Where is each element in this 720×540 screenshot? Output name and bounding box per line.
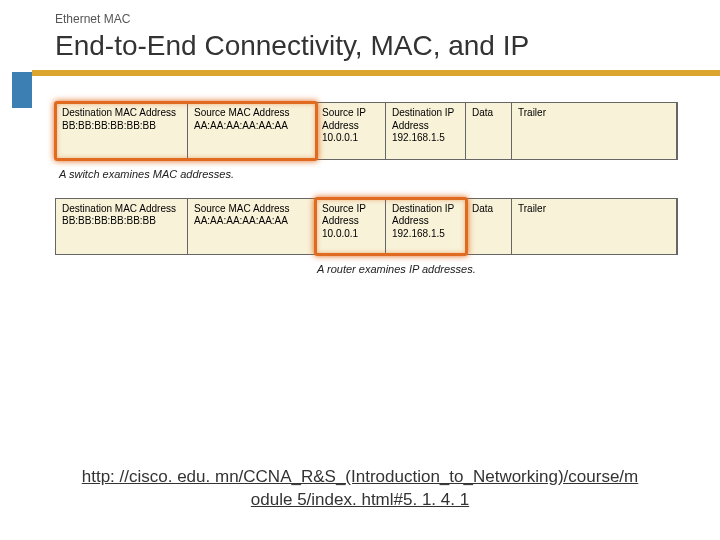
- cell-value: 192.168.1.5: [392, 228, 459, 241]
- cell-label: Data: [472, 107, 505, 120]
- reference-link[interactable]: http: //cisco. edu. mn/CCNA_R&S_(Introdu…: [80, 466, 640, 512]
- cell-label: Destination MAC Address: [62, 107, 181, 120]
- eyebrow-text: Ethernet MAC: [0, 0, 720, 30]
- footer-link-block: http: //cisco. edu. mn/CCNA_R&S_(Introdu…: [0, 466, 720, 512]
- cell-label: Destination IP Address: [392, 203, 459, 228]
- cell-src-ip: Source IP Address 10.0.0.1: [316, 103, 386, 159]
- cell-value: 10.0.0.1: [322, 228, 379, 241]
- cell-dest-ip: Destination IP Address 192.168.1.5: [386, 103, 466, 159]
- cell-label: Destination MAC Address: [62, 203, 181, 216]
- frame-table-switch: Destination MAC Address BB:BB:BB:BB:BB:B…: [55, 102, 678, 160]
- cell-dest-mac: Destination MAC Address BB:BB:BB:BB:BB:B…: [56, 199, 188, 255]
- cell-data: Data: [466, 199, 512, 255]
- cell-src-mac: Source MAC Address AA:AA:AA:AA:AA:AA: [188, 199, 316, 255]
- cell-label: Source MAC Address: [194, 203, 309, 216]
- cell-src-mac: Source MAC Address AA:AA:AA:AA:AA:AA: [188, 103, 316, 159]
- cell-value: AA:AA:AA:AA:AA:AA: [194, 120, 309, 133]
- cell-value: AA:AA:AA:AA:AA:AA: [194, 215, 309, 228]
- cell-src-ip: Source IP Address 10.0.0.1: [316, 199, 386, 255]
- cell-label: Source MAC Address: [194, 107, 309, 120]
- cell-value: BB:BB:BB:BB:BB:BB: [62, 215, 181, 228]
- cell-label: Source IP Address: [322, 203, 379, 228]
- cell-dest-ip: Destination IP Address 192.168.1.5: [386, 199, 466, 255]
- cell-trailer: Trailer: [512, 199, 677, 255]
- cell-value: 192.168.1.5: [392, 132, 459, 145]
- cell-data: Data: [466, 103, 512, 159]
- frame-table-router: Destination MAC Address BB:BB:BB:BB:BB:B…: [55, 198, 678, 256]
- cell-trailer: Trailer: [512, 103, 677, 159]
- content-area: Destination MAC Address BB:BB:BB:BB:BB:B…: [0, 76, 720, 276]
- caption-switch: A switch examines MAC addresses.: [59, 168, 678, 180]
- cell-label: Source IP Address: [322, 107, 379, 132]
- cell-value: 10.0.0.1: [322, 132, 379, 145]
- cell-label: Trailer: [518, 203, 670, 216]
- cell-value: BB:BB:BB:BB:BB:BB: [62, 120, 181, 133]
- cell-label: Destination IP Address: [392, 107, 459, 132]
- cell-label: Trailer: [518, 107, 670, 120]
- caption-router: A router examines IP addresses.: [317, 263, 497, 276]
- page-title: End-to-End Connectivity, MAC, and IP: [0, 30, 720, 70]
- cell-label: Data: [472, 203, 505, 216]
- accent-block: [12, 72, 32, 108]
- cell-dest-mac: Destination MAC Address BB:BB:BB:BB:BB:B…: [56, 103, 188, 159]
